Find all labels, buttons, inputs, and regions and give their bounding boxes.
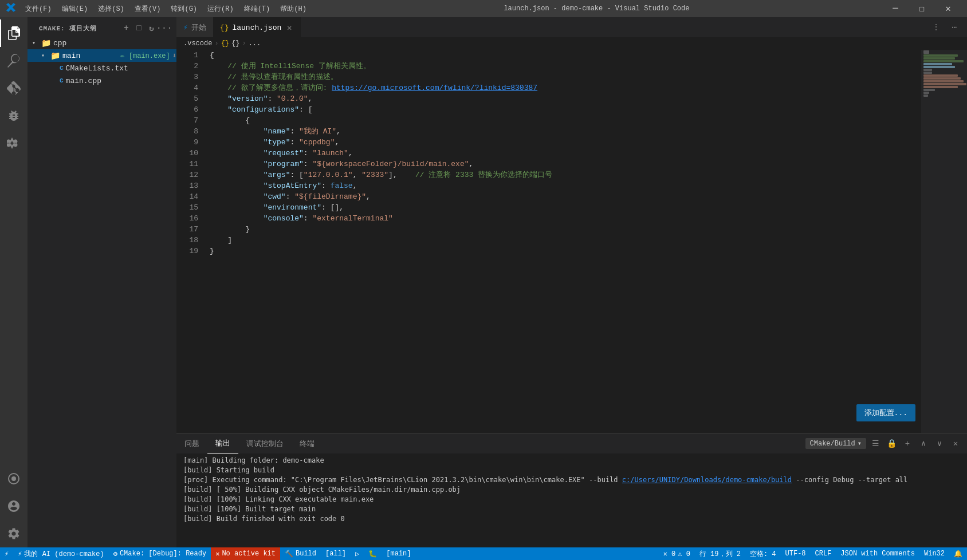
status-target[interactable]: [main]: [382, 547, 415, 560]
arrow-icon: ▾: [41, 52, 50, 59]
window-title: launch.json - demo-cmake - Visual Studio…: [504, 5, 689, 13]
cmake-name-label: 我的 AI (demo-cmake): [24, 549, 104, 559]
editor[interactable]: 1 2 3 4 5 6 7 8 9 10 11 12 13 14 15 16 1: [176, 50, 967, 433]
terminal-panel: 问题 输出 调试控制台 终端 CMake/Build ▾ ☰ 🔒 + ∧ ∨ ✕: [176, 433, 967, 547]
breadcrumb-dots[interactable]: ...: [249, 40, 261, 48]
status-left: ⚡ ⚡ 我的 AI (demo-cmake) ⚙ CMake: [Debug]:…: [0, 547, 416, 560]
status-debug-btn[interactable]: 🐛: [364, 547, 382, 560]
build-label: Build: [296, 550, 316, 558]
minimize-button[interactable]: ─: [882, 0, 909, 17]
build-path-link[interactable]: c:/Users/UNIDY/Downloads/demo-cmake/buil…: [622, 476, 792, 484]
status-cmake-name[interactable]: ⚡ 我的 AI (demo-cmake): [13, 547, 108, 560]
editor-container: 1 2 3 4 5 6 7 8 9 10 11 12 13 14 15 16 1: [176, 50, 967, 433]
status-no-active-kit[interactable]: ✕ No active kit: [211, 547, 280, 560]
terminal-up-icon[interactable]: ∧: [917, 437, 930, 451]
status-notification[interactable]: 🔔: [949, 547, 967, 560]
status-cmake-ready[interactable]: ⚙ CMake: [Debug]: Ready: [109, 547, 211, 560]
activity-remote-icon[interactable]: [0, 465, 27, 492]
sidebar-more-icon[interactable]: ···: [159, 23, 170, 33]
status-remote-item[interactable]: ⚡: [0, 547, 13, 560]
line-numbers: 1 2 3 4 5 6 7 8 9 10 11 12 13 14 15 16 1: [176, 50, 205, 433]
dropdown-chevron-icon: ▾: [858, 439, 862, 448]
status-run-btn[interactable]: ▷: [351, 547, 364, 560]
menu-edit[interactable]: 编辑(E): [57, 3, 93, 15]
sidebar-refresh-icon[interactable]: ↻: [147, 23, 157, 33]
window-controls[interactable]: ─ ☐ ✕: [882, 0, 961, 17]
titlebar-menu[interactable]: 文件(F) 编辑(E) 选择(S) 查看(V) 转到(G) 运行(R) 终端(T…: [21, 3, 311, 15]
tab-terminal[interactable]: 终端: [292, 433, 323, 453]
tree-label: cpp: [53, 39, 176, 48]
tree-item-main[interactable]: ▾ 📁 main ✏ [main.exe] ⬇: [27, 49, 176, 62]
activity-accounts-icon[interactable]: [0, 492, 27, 520]
terminal-lock-icon[interactable]: 🔒: [885, 437, 898, 451]
tab-start[interactable]: ⚡ 开始: [176, 17, 213, 37]
menu-help[interactable]: 帮助(H): [276, 3, 311, 15]
status-eol[interactable]: CRLF: [811, 547, 836, 560]
breadcrumb-vscode[interactable]: .vscode: [183, 40, 212, 48]
tab-output[interactable]: 输出: [207, 433, 238, 453]
maximize-button[interactable]: ☐: [909, 0, 935, 17]
tab-close-button[interactable]: ✕: [285, 23, 294, 32]
code-line-19: }: [210, 246, 921, 257]
encoding-label: UTF-8: [785, 550, 806, 558]
bell-icon: 🔔: [954, 550, 962, 558]
menu-view[interactable]: 查看(V): [130, 3, 166, 15]
status-encoding[interactable]: UTF-8: [781, 547, 811, 560]
cmake-build-dropdown[interactable]: CMake/Build ▾: [805, 438, 866, 449]
tab-debug-console[interactable]: 调试控制台: [238, 433, 292, 453]
code-area[interactable]: { // 使用 IntelliSense 了解相关属性。 // 悬停以查看现有属…: [205, 50, 921, 433]
menu-goto[interactable]: 转到(G): [166, 3, 202, 15]
more-actions-button[interactable]: ⋯: [946, 19, 962, 36]
activity-debug-icon[interactable]: [0, 102, 27, 129]
sidebar-header-icons[interactable]: + □ ↻ ···: [121, 23, 170, 33]
status-platform[interactable]: Win32: [919, 547, 949, 560]
line-num: 1: [176, 50, 198, 61]
menu-file[interactable]: 文件(F): [21, 3, 56, 15]
tab-bar-actions: ⋮ ⋯: [928, 17, 967, 37]
tab-problems[interactable]: 问题: [176, 433, 207, 453]
menu-run[interactable]: 运行(R): [203, 3, 238, 15]
terminal-close-icon[interactable]: ✕: [949, 437, 962, 451]
folder-icon: 📁: [50, 51, 60, 61]
activity-git-icon[interactable]: [0, 74, 27, 102]
sidebar-new-folder-icon[interactable]: □: [134, 23, 144, 33]
status-errors[interactable]: ✕ 0 ⚠ 0: [659, 547, 695, 560]
line-num: 19: [176, 246, 198, 257]
add-config-button[interactable]: 添加配置...: [856, 404, 915, 421]
line-num: 3: [176, 72, 198, 82]
activity-search-icon[interactable]: [0, 47, 27, 74]
activity-settings-icon[interactable]: [0, 520, 27, 547]
terminal-down-icon[interactable]: ∨: [933, 437, 946, 451]
cmake-gear-icon: ⚙: [113, 550, 117, 558]
line-num: 16: [176, 213, 198, 224]
tree-label: main: [62, 52, 118, 60]
menu-select[interactable]: 选择(S): [93, 3, 129, 15]
line-num: 15: [176, 202, 198, 213]
code-line-11: "program": "${workspaceFolder}/build/mai…: [210, 159, 921, 169]
breadcrumb-filename[interactable]: {}: [231, 40, 239, 48]
menu-terminal[interactable]: 终端(T): [239, 3, 275, 15]
status-build-btn[interactable]: 🔨 Build: [280, 547, 321, 560]
status-line-col[interactable]: 行 19，列 2: [695, 547, 745, 560]
terminal-list-icon[interactable]: ☰: [868, 437, 882, 451]
tree-item-cpp[interactable]: ▾ 📁 cpp: [27, 37, 176, 49]
sidebar-new-file-icon[interactable]: +: [121, 23, 132, 33]
tab-label: launch.json: [232, 23, 281, 32]
close-button[interactable]: ✕: [935, 0, 961, 17]
breadcrumb-json-icon: {}: [221, 40, 229, 48]
terminal-line-7: [build] Build finished with exit code 0: [183, 514, 960, 524]
terminal-new-icon[interactable]: +: [901, 437, 914, 451]
code-line-5: "version": "0.2.0",: [210, 93, 921, 104]
split-editor-button[interactable]: ⋮: [928, 19, 944, 36]
activity-explorer-icon[interactable]: [0, 19, 27, 47]
code-line-12: "args": ["127.0.0.1", "2333"], // 注意将 23…: [210, 169, 921, 180]
status-spaces[interactable]: 空格: 4: [745, 547, 781, 560]
tree-item-cmakelists[interactable]: C CMakeLists.txt: [27, 62, 176, 74]
activity-bar: [0, 17, 27, 547]
status-all-label[interactable]: [all]: [321, 547, 351, 560]
tab-bar: ⚡ 开始 {} launch.json ✕ ⋮ ⋯: [176, 17, 967, 37]
status-language[interactable]: JSON with Comments: [836, 547, 919, 560]
tree-item-maincpp[interactable]: C main.cpp: [27, 74, 176, 87]
tab-launch-json[interactable]: {} launch.json ✕: [213, 17, 301, 37]
activity-extensions-icon[interactable]: [0, 129, 27, 157]
